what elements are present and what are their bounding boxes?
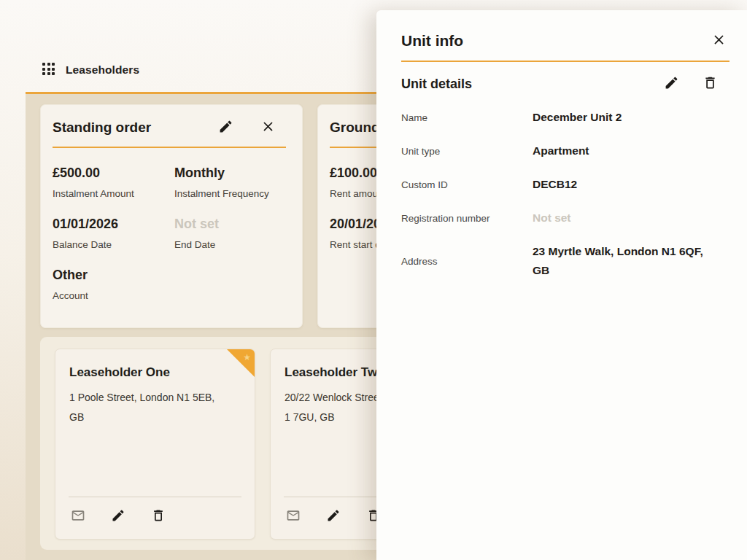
field-value: Monthly <box>174 166 286 181</box>
leaseholder-name: Leaseholder One <box>69 365 240 380</box>
email-leaseholder-button[interactable] <box>285 508 301 524</box>
breadcrumb: Leaseholders <box>42 63 139 77</box>
delete-leaseholder-button[interactable] <box>150 508 166 524</box>
app-window: Leaseholders Standing order £500.00 Inst… <box>0 0 747 560</box>
section-title: Unit details <box>401 77 663 92</box>
field-end-date: Not set End Date <box>174 217 286 250</box>
row-label: Address <box>401 256 533 267</box>
pencil-icon <box>664 75 679 93</box>
field-value: £500.00 <box>53 166 174 181</box>
edit-leaseholder-button[interactable] <box>325 508 341 524</box>
detail-row-unit-type: Unit type Apartment <box>401 141 727 160</box>
field-instalment-frequency: Monthly Instalment Frequency <box>174 166 286 199</box>
leaseholder-card-one[interactable]: ★ Leaseholder One 1 Poole Street, London… <box>55 349 255 540</box>
pencil-icon <box>326 508 341 525</box>
detail-row-custom-id: Custom ID DECB12 <box>401 175 727 194</box>
accent-divider <box>53 147 286 148</box>
leaseholder-address: 1 Poole Street, London N1 5EB, GB <box>69 388 240 427</box>
close-icon <box>260 119 276 136</box>
card-title: Standing order <box>53 120 217 136</box>
row-value: Not set <box>533 209 571 228</box>
close-standing-order-button[interactable] <box>260 120 276 136</box>
row-value: DECB12 <box>533 175 577 194</box>
standing-order-card: Standing order £500.00 Instalment Amount… <box>40 104 303 328</box>
detail-row-name: Name December Unit 2 <box>401 108 727 127</box>
field-account: Other Account <box>53 268 174 301</box>
page-title: Leaseholders <box>66 63 139 77</box>
row-value: Apartment <box>533 141 589 160</box>
field-label: Instalment Amount <box>53 188 174 199</box>
field-value: Not set <box>174 217 286 232</box>
row-value: 23 Myrtle Walk, London N1 6QF, GB <box>533 242 703 280</box>
edit-unit-button[interactable] <box>663 76 679 92</box>
drawer-title: Unit info <box>401 32 711 50</box>
field-value: Other <box>53 268 174 283</box>
row-label: Custom ID <box>401 179 533 190</box>
apps-grid-icon <box>42 63 56 77</box>
unit-info-drawer: Unit info Unit details Name December Uni… <box>376 10 747 560</box>
field-label: End Date <box>174 239 286 250</box>
field-label: Account <box>53 290 174 301</box>
star-icon: ★ <box>243 352 251 362</box>
envelope-icon <box>286 508 301 525</box>
envelope-icon <box>71 508 85 525</box>
pencil-icon <box>111 508 125 525</box>
field-value: 01/01/2026 <box>53 217 174 232</box>
close-icon <box>711 32 727 50</box>
detail-row-address: Address 23 Myrtle Walk, London N1 6QF, G… <box>401 242 727 280</box>
pencil-icon <box>218 119 233 136</box>
delete-unit-button[interactable] <box>702 76 718 92</box>
edit-standing-order-button[interactable] <box>217 120 233 136</box>
primary-badge <box>226 349 255 378</box>
row-label: Name <box>401 112 533 123</box>
field-instalment-amount: £500.00 Instalment Amount <box>53 166 174 199</box>
edit-leaseholder-button[interactable] <box>110 508 126 524</box>
email-leaseholder-button[interactable] <box>70 508 86 524</box>
close-drawer-button[interactable] <box>711 33 727 49</box>
row-value: December Unit 2 <box>533 108 622 127</box>
field-balance-date: 01/01/2026 Balance Date <box>53 217 174 250</box>
field-label: Balance Date <box>53 239 174 250</box>
detail-row-registration-number: Registration number Not set <box>401 209 727 228</box>
row-label: Registration number <box>401 213 533 224</box>
trash-icon <box>151 508 166 525</box>
trash-icon <box>703 75 718 93</box>
row-label: Unit type <box>401 146 533 157</box>
field-label: Instalment Frequency <box>174 188 286 199</box>
